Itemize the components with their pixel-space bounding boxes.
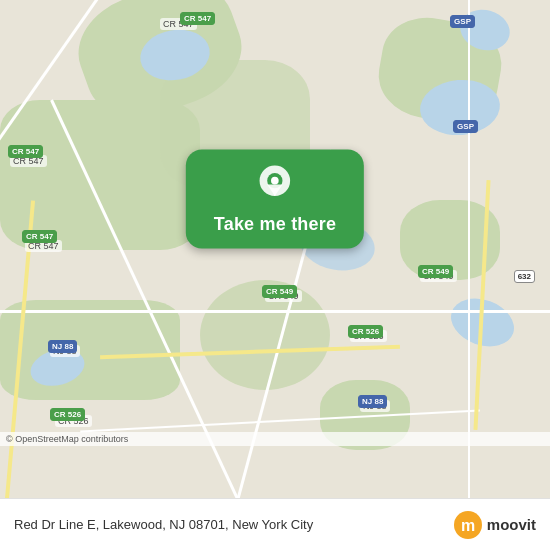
highway-shield-632: 632 [514,270,535,283]
highway-shield-gsp-mid: GSP [453,120,478,133]
bottom-bar: Red Dr Line E, Lakewood, NJ 08701, New Y… [0,498,550,550]
moovit-text: moovit [487,516,536,533]
highway-shield-cr526-2: CR 526 [348,325,383,338]
map-background: CR 547 CR 547 CR 547 CR 526 CR 526 CR 54… [0,0,550,498]
copyright-bar: © OpenStreetMap contributors [0,432,550,446]
take-me-there-button[interactable]: Take me there [186,150,364,249]
map-container: CR 547 CR 547 CR 547 CR 526 CR 526 CR 54… [0,0,550,498]
highway-shield-gsp-top: GSP [450,15,475,28]
moovit-icon-svg: m [453,510,483,540]
pin-overlay: Take me there [186,150,364,249]
highway-shield-cr526: CR 526 [50,408,85,421]
app: CR 547 CR 547 CR 547 CR 526 CR 526 CR 54… [0,0,550,550]
pin-icon [257,164,293,206]
svg-point-3 [271,177,279,185]
address-text: Red Dr Line E, Lakewood, NJ 08701, New Y… [14,517,313,532]
svg-text:m: m [461,517,475,534]
highway-shield-cr549: CR 549 [262,285,297,298]
highway-shield-cr549-2: CR 549 [418,265,453,278]
highway-shield-cr547: CR 547 [180,12,215,25]
highway-shield-cr547-2: CR 547 [8,145,43,158]
moovit-logo: m moovit [453,510,536,540]
highway-shield-nj88-2: NJ 88 [358,395,387,408]
take-me-there-label: Take me there [214,214,336,235]
highway-shield-nj88: NJ 88 [48,340,77,353]
highway-shield-cr547-3: CR 547 [22,230,57,243]
